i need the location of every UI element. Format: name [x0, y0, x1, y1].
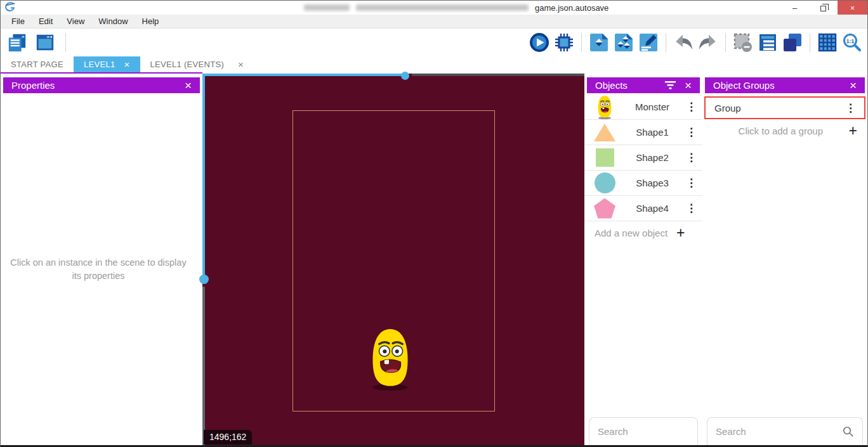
object-groups-panel: Object Groups × Group ⋮ Click to add a g… — [702, 74, 867, 445]
object-menu-icon[interactable]: ⋮ — [686, 100, 696, 113]
group-name: Group — [714, 103, 845, 113]
tab-start-page[interactable]: START PAGE — [1, 56, 74, 72]
tab-close-icon[interactable]: × — [124, 60, 129, 69]
object-menu-icon[interactable]: ⋮ — [686, 151, 696, 164]
tab-close-icon[interactable]: × — [238, 60, 244, 69]
minimize-button[interactable]: – — [780, 1, 809, 15]
object-row-shape4[interactable]: Shape4 ⋮ — [584, 196, 702, 221]
object-groups-panel-title: Object Groups — [713, 80, 775, 91]
object-row-shape3[interactable]: Shape3 ⋮ — [584, 171, 702, 196]
start-page-icon[interactable] — [35, 32, 55, 53]
object-row-shape2[interactable]: Shape2 ⋮ — [584, 145, 702, 171]
pentagon-thumbnail — [591, 198, 619, 219]
close-panel-icon[interactable]: × — [685, 79, 692, 91]
square-thumbnail — [591, 148, 619, 167]
tab-label: LEVEL1 — [84, 60, 115, 69]
search-icon — [842, 425, 854, 437]
tab-label: LEVEL1 (EVENTS) — [150, 60, 225, 69]
circle-thumbnail — [591, 172, 619, 193]
grid-icon[interactable] — [817, 32, 838, 53]
horizontal-scrollbar-track[interactable] — [412, 74, 584, 76]
close-icon: × — [850, 3, 855, 13]
group-menu-icon[interactable]: ⋮ — [845, 101, 855, 115]
tab-label: START PAGE — [11, 60, 63, 69]
menu-help[interactable]: Help — [135, 15, 166, 29]
zoom-original-label: 1:1 — [846, 38, 855, 44]
instances-list-icon[interactable] — [758, 32, 778, 53]
gdevelop-logo-icon — [4, 2, 16, 15]
objects-editor-icon[interactable] — [589, 32, 609, 53]
zoom-original-icon[interactable]: 1:1 — [842, 32, 862, 53]
toolbar-divider — [65, 33, 66, 52]
add-group-row[interactable]: Click to add a group + — [702, 119, 867, 142]
redacted-path-segment — [356, 4, 529, 11]
redacted-path-segment — [304, 4, 350, 11]
minimize-icon: – — [792, 3, 797, 13]
vertical-scrollbar-handle[interactable] — [199, 275, 209, 284]
properties-panel-header: Properties × — [3, 77, 200, 93]
window-title: game.json.autosave — [304, 1, 608, 15]
object-menu-icon[interactable]: ⋮ — [686, 126, 696, 139]
properties-panel: Properties × Click on an instance in the… — [1, 74, 202, 445]
group-row-highlighted[interactable]: Group ⋮ — [704, 96, 865, 119]
properties-empty-message: Click on an instance in the scene to dis… — [1, 256, 196, 283]
object-name: Monster — [619, 101, 686, 112]
object-row-monster[interactable]: Monster ⋮ — [584, 94, 702, 120]
object-name: Shape1 — [619, 127, 686, 138]
toolbar-divider — [725, 33, 726, 52]
triangle-thumbnail — [591, 124, 619, 141]
menu-view[interactable]: View — [60, 15, 91, 29]
layers-icon[interactable] — [782, 32, 803, 53]
object-groups-editor-icon[interactable] — [614, 32, 634, 53]
title-bar: game.json.autosave – × — [1, 1, 867, 15]
window-controls: – × — [780, 1, 867, 15]
toolbar-divider — [666, 33, 666, 52]
toolbar: 1:1 — [1, 29, 867, 56]
menu-window[interactable]: Window — [91, 15, 135, 29]
vertical-scrollbar-track[interactable] — [202, 287, 205, 445]
redo-icon[interactable] — [698, 32, 718, 53]
groups-search-input[interactable] — [716, 426, 842, 437]
close-button[interactable]: × — [838, 1, 867, 15]
filter-icon[interactable] — [665, 81, 676, 89]
vertical-scrollbar-track[interactable] — [202, 74, 205, 275]
object-name: Shape3 — [619, 178, 686, 188]
debug-icon[interactable] — [554, 32, 574, 53]
horizontal-scrollbar-handle[interactable] — [401, 72, 409, 80]
close-panel-icon[interactable]: × — [185, 79, 192, 91]
tab-bar: START PAGE LEVEL1 × LEVEL1 (EVENTS) × — [1, 56, 867, 72]
selection-mask-icon[interactable] — [733, 32, 753, 53]
tab-level1[interactable]: LEVEL1 × — [74, 56, 140, 72]
gdevelop-window: game.json.autosave – × File Edit View Wi… — [0, 0, 868, 447]
objects-panel: Objects × Monster ⋮ Shape1 — [584, 74, 702, 445]
tab-level1-events[interactable]: LEVEL1 (EVENTS) × — [140, 56, 254, 72]
objects-panel-title: Objects — [595, 80, 628, 91]
objects-search-box — [589, 417, 698, 445]
menu-edit[interactable]: Edit — [32, 15, 60, 29]
edit-scene-properties-icon[interactable] — [638, 32, 659, 53]
object-row-shape1[interactable]: Shape1 ⋮ — [584, 120, 702, 145]
scene-canvas[interactable]: 1496;162 — [202, 74, 584, 445]
add-group-label: Click to add a group — [713, 126, 849, 136]
horizontal-scrollbar-track[interactable] — [202, 74, 404, 76]
groups-search-box — [707, 417, 863, 445]
plus-icon[interactable]: + — [849, 124, 857, 138]
plus-icon[interactable]: + — [676, 226, 685, 240]
project-manager-icon[interactable] — [7, 32, 27, 53]
undo-icon[interactable] — [673, 32, 694, 53]
restore-icon — [820, 6, 826, 11]
object-name: Shape4 — [619, 203, 686, 214]
cursor-coordinates: 1496;162 — [204, 430, 252, 444]
menu-file[interactable]: File — [4, 15, 32, 29]
monster-instance[interactable] — [366, 327, 414, 394]
play-icon[interactable] — [529, 32, 549, 53]
properties-panel-title: Properties — [11, 80, 55, 91]
object-menu-icon[interactable]: ⋮ — [686, 202, 696, 215]
toolbar-right-group: 1:1 — [529, 29, 862, 56]
add-object-row[interactable]: Add a new object + — [584, 221, 702, 244]
restore-button[interactable] — [809, 1, 838, 15]
object-menu-icon[interactable]: ⋮ — [686, 176, 696, 190]
toolbar-divider — [581, 33, 582, 52]
object-groups-panel-header: Object Groups × — [705, 77, 865, 93]
close-panel-icon[interactable]: × — [850, 79, 857, 91]
